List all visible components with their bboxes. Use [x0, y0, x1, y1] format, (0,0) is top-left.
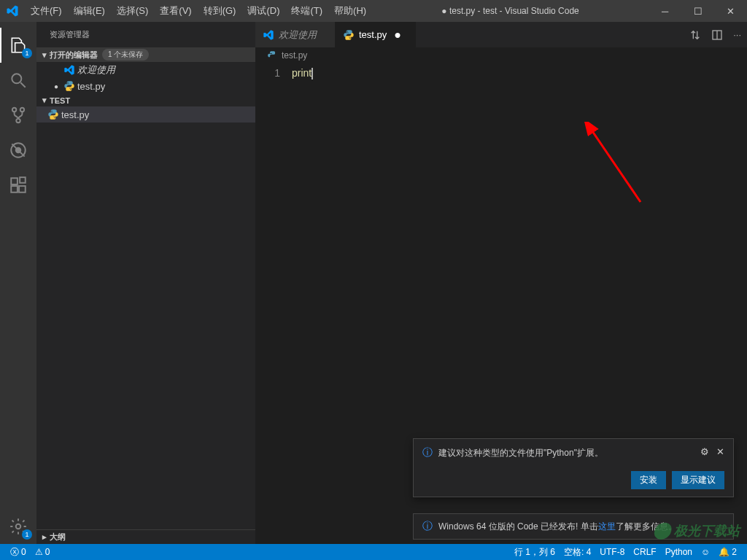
svg-point-3: [16, 119, 20, 122]
activity-debug[interactable]: [0, 133, 36, 168]
compare-icon[interactable]: [689, 29, 701, 41]
python-icon: [343, 29, 355, 41]
explorer-badge: 1: [22, 48, 32, 58]
vscode-logo-icon: [6, 4, 19, 18]
folder-header[interactable]: ▾ TEST: [36, 94, 255, 106]
open-editor-label: 欢迎使用: [77, 63, 115, 77]
vscode-icon: [63, 64, 76, 76]
open-editor-welcome[interactable]: 欢迎使用: [36, 62, 255, 78]
unsaved-badge: 1 个未保存: [102, 49, 149, 61]
python-icon: [63, 80, 76, 92]
activity-scm[interactable]: [0, 98, 36, 133]
settings-badge: 1: [22, 529, 32, 540]
tab-testpy[interactable]: test.py ●: [336, 22, 416, 47]
minimize-button[interactable]: ─: [649, 0, 681, 22]
svg-rect-9: [20, 177, 26, 183]
dirty-dot-icon: ●: [50, 82, 63, 90]
menu-select[interactable]: 选择(S): [111, 0, 154, 22]
svg-point-2: [20, 108, 24, 112]
status-eol[interactable]: CRLF: [629, 547, 660, 557]
menu-terminal[interactable]: 终端(T): [285, 0, 328, 22]
tab-welcome[interactable]: 欢迎使用: [255, 22, 336, 47]
file-testpy[interactable]: test.py: [36, 106, 255, 122]
outline-label: 大纲: [50, 532, 66, 542]
activity-bar: 1 1: [0, 22, 36, 544]
folder-name: TEST: [50, 96, 70, 105]
toast-link[interactable]: 这里: [598, 521, 616, 532]
svg-point-10: [16, 524, 21, 529]
svg-rect-6: [11, 178, 18, 184]
tab-label: test.py: [359, 29, 387, 40]
window-controls: ─ ☐ ✕: [649, 0, 747, 22]
status-feedback[interactable]: ☺: [697, 547, 714, 557]
menu-go[interactable]: 转到(G): [198, 0, 242, 22]
activity-settings[interactable]: 1: [0, 509, 36, 544]
status-cursor[interactable]: 行 1，列 6: [510, 546, 560, 559]
editor-actions: ···: [689, 22, 747, 47]
text-cursor: [311, 68, 313, 79]
chevron-right-icon: ▸: [39, 532, 50, 542]
open-editors-header[interactable]: ▾ 打开的编辑器 1 个未保存: [36, 47, 255, 62]
svg-rect-8: [19, 186, 26, 192]
menu-edit[interactable]: 编辑(E): [68, 0, 111, 22]
python-icon: [47, 109, 60, 120]
more-icon[interactable]: ···: [733, 29, 741, 40]
title-bar: 文件(F) 编辑(E) 选择(S) 查看(V) 转到(G) 调试(D) 终端(T…: [0, 0, 747, 22]
notification-update: ⓘ Windows 64 位版的 Code 已经发布! 单击这里了解更多信息。: [413, 513, 734, 540]
status-encoding[interactable]: UTF-8: [595, 547, 629, 557]
svg-rect-7: [11, 186, 18, 192]
gear-icon[interactable]: ⚙: [700, 446, 709, 457]
vscode-icon: [263, 29, 274, 41]
sidebar-title: 资源管理器: [36, 22, 255, 47]
close-icon[interactable]: ✕: [716, 446, 724, 457]
info-icon: ⓘ: [422, 446, 433, 459]
show-recommendations-button[interactable]: 显示建议: [672, 471, 724, 489]
menu-help[interactable]: 帮助(H): [328, 0, 372, 22]
open-editors-label: 打开的编辑器: [50, 50, 98, 61]
split-editor-icon[interactable]: [711, 29, 723, 41]
activity-extensions[interactable]: [0, 168, 36, 203]
activity-explorer[interactable]: 1: [0, 28, 36, 63]
sidebar: 资源管理器 ▾ 打开的编辑器 1 个未保存 欢迎使用 ● test.py ▾ T…: [36, 22, 255, 544]
breadcrumb[interactable]: test.py: [255, 47, 747, 63]
tab-bar: 欢迎使用 test.py ● ···: [255, 22, 747, 47]
menu-file[interactable]: 文件(F): [25, 0, 68, 22]
toast-message: Windows 64 位版的 Code 已经发布! 单击这里了解更多信息。: [438, 521, 677, 533]
menu-debug[interactable]: 调试(D): [241, 0, 285, 22]
open-editor-testpy[interactable]: ● test.py: [36, 78, 255, 94]
open-editor-label: test.py: [77, 81, 105, 92]
status-bar: ⓧ0 ⚠0 行 1，列 6 空格: 4 UTF-8 CRLF Python ☺ …: [0, 544, 747, 560]
breadcrumb-file: test.py: [282, 50, 307, 61]
file-label: test.py: [61, 109, 89, 120]
status-errors[interactable]: ⓧ0: [6, 546, 31, 559]
svg-point-0: [12, 74, 21, 83]
tab-label: 欢迎使用: [279, 28, 317, 42]
chevron-down-icon: ▾: [39, 96, 50, 105]
status-warnings[interactable]: ⚠0: [31, 547, 55, 557]
menu-bar: 文件(F) 编辑(E) 选择(S) 查看(V) 转到(G) 调试(D) 终端(T…: [25, 0, 372, 22]
close-button[interactable]: ✕: [714, 0, 747, 22]
dirty-dot-icon: ●: [394, 28, 401, 42]
status-notifications[interactable]: 🔔2: [714, 547, 741, 557]
error-icon: ⓧ: [10, 546, 19, 559]
maximize-button[interactable]: ☐: [681, 0, 714, 22]
activity-search[interactable]: [0, 63, 36, 98]
menu-view[interactable]: 查看(V): [154, 0, 197, 22]
svg-point-5: [16, 148, 21, 153]
window-title: ● test.py - test - Visual Studio Code: [372, 6, 649, 16]
info-icon: ⓘ: [422, 520, 433, 533]
notification-message: 建议对这种类型的文件使用"Python"扩展。: [438, 446, 694, 459]
notification-python-extension: ⓘ 建议对这种类型的文件使用"Python"扩展。 ⚙ ✕ 安装 显示建议: [413, 438, 734, 497]
svg-point-1: [12, 108, 16, 112]
outline-header[interactable]: ▸ 大纲: [36, 529, 255, 544]
status-spaces[interactable]: 空格: 4: [560, 546, 595, 559]
install-button[interactable]: 安装: [631, 471, 666, 489]
status-language[interactable]: Python: [661, 547, 697, 557]
line-number-gutter: 1: [255, 63, 292, 544]
warning-icon: ⚠: [35, 547, 43, 557]
code-token: print: [292, 67, 311, 79]
bell-icon: 🔔: [719, 547, 729, 557]
python-icon: [267, 50, 277, 61]
chevron-down-icon: ▾: [39, 50, 50, 60]
